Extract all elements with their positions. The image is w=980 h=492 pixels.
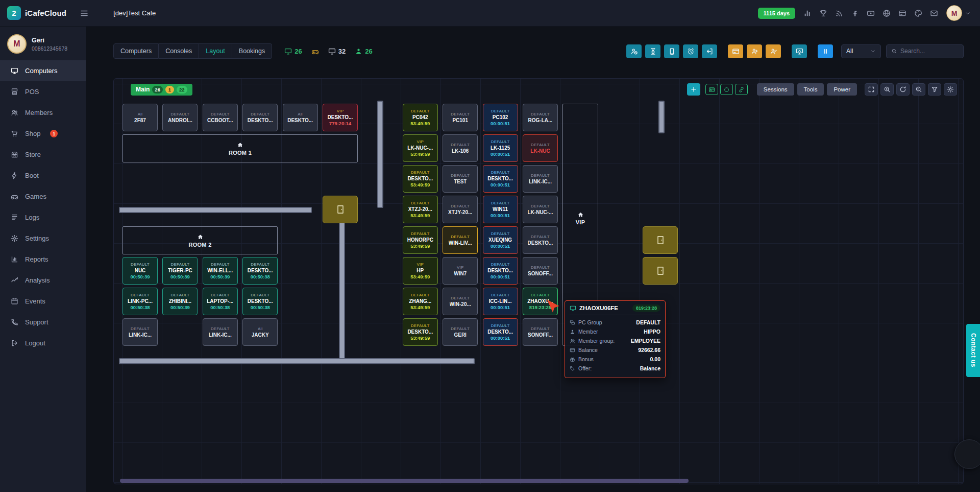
pc-card-pc101[interactable]: DEFAULTPC101	[443, 104, 478, 131]
pc-card-deskto[interactable]: DEFAULTDESKTO...53:49:59	[403, 318, 438, 346]
pc-card-xueqing[interactable]: DEFAULTXUEQING00:00:51	[483, 226, 518, 254]
globe-icon[interactable]	[883, 9, 891, 17]
sidebar-item-pos[interactable]: POS	[0, 81, 86, 102]
facebook-icon[interactable]	[851, 9, 859, 17]
pc-card-xtzj-20[interactable]: DEFAULTXTZJ-20...53:49:59	[403, 196, 438, 223]
search-input[interactable]	[900, 48, 959, 55]
youtube-icon[interactable]	[867, 9, 875, 17]
pc-card-deskto[interactable]: DEFAULTDESKTO...	[242, 104, 278, 131]
action-userplus-button[interactable]	[747, 44, 762, 58]
pc-card-lk-1125[interactable]: DEFAULTLK-112500:00:51	[483, 134, 518, 162]
pc-card-2f87[interactable]: All2F87	[122, 104, 158, 131]
sidebar-item-analysis[interactable]: Analysis	[0, 270, 86, 291]
pc-card-sonoff[interactable]: DEFAULTSONOFF...	[523, 257, 558, 285]
sidebar-item-reports[interactable]: Reports	[0, 249, 86, 270]
tab-computers[interactable]: Computers	[113, 43, 159, 59]
map-expand-button[interactable]	[865, 83, 878, 96]
pc-card-nuc[interactable]: DEFAULTNUC00:50:39	[122, 257, 158, 285]
pc-card-deskto[interactable]: DEFAULTDESKTO...00:50:38	[242, 257, 278, 285]
action-usercheck-button[interactable]	[766, 44, 781, 58]
map-toggle-circle-button[interactable]	[720, 84, 733, 95]
chart-icon[interactable]	[803, 9, 812, 17]
action-screenshare-button[interactable]	[792, 44, 807, 58]
sidebar-item-members[interactable]: Members	[0, 102, 86, 123]
mail-icon[interactable]	[930, 9, 938, 17]
sidebar-item-store[interactable]: Store	[0, 144, 86, 165]
sidebar-item-settings[interactable]: Settings	[0, 228, 86, 249]
app-logo[interactable]: 2 iCafeCloud	[7, 6, 66, 20]
zone-main-button[interactable]: Main 26122	[131, 84, 192, 96]
pc-card-deskto[interactable]: DEFAULTDESKTO...00:00:51	[483, 318, 518, 346]
pc-card-hp[interactable]: VIPHP53:49:59	[403, 257, 438, 285]
pc-card-lk-nuc[interactable]: DEFAULTLK-NUC	[523, 134, 558, 162]
pc-card-deskto[interactable]: AllDESKTO...	[283, 104, 318, 131]
user-menu[interactable]: M	[946, 5, 971, 21]
pc-card-deskto[interactable]: DEFAULTDESKTO...00:50:38	[242, 288, 278, 315]
sessions-button[interactable]: Sessions	[757, 83, 794, 96]
door[interactable]	[323, 196, 358, 223]
pc-card-win11[interactable]: DEFAULTWIN1100:00:51	[483, 196, 518, 223]
action-userclock-button[interactable]	[626, 44, 642, 58]
trophy-icon[interactable]	[819, 9, 827, 17]
sidebar-item-logout[interactable]: Logout	[0, 333, 86, 354]
map-toggle-idcard-button[interactable]	[705, 84, 718, 95]
pc-card-link-ic[interactable]: DEFAULTLINK-IC...	[203, 318, 238, 346]
tab-consoles[interactable]: Consoles	[159, 43, 199, 59]
action-mobile-button[interactable]	[664, 44, 679, 58]
action-bankcard-button[interactable]	[728, 44, 743, 58]
contact-us-button[interactable]: Contact us	[966, 324, 980, 377]
pc-card-deskto[interactable]: DEFAULTDESKTO...53:49:59	[403, 165, 438, 193]
pc-card-deskto[interactable]: VIPDESKTO...779:20:14	[323, 104, 358, 131]
action-hourglass-button[interactable]	[645, 44, 660, 58]
tab-bookings[interactable]: Bookings	[232, 43, 272, 59]
pc-card-deskto[interactable]: DEFAULTDESKTO...00:00:51	[483, 257, 518, 285]
pc-card-pc042[interactable]: DEFAULTPC04253:49:59	[403, 104, 438, 131]
pc-card-lk-106[interactable]: DEFAULTLK-106	[443, 134, 478, 162]
map-zoomin-button[interactable]	[880, 83, 894, 96]
pc-card-rog-la[interactable]: DEFAULTROG-LA...	[523, 104, 558, 131]
pc-card-win7[interactable]: VIPWIN7	[443, 257, 478, 285]
chat-widget-button[interactable]	[954, 439, 980, 469]
sidebar-item-boot[interactable]: Boot	[0, 165, 86, 186]
pc-card-deskto[interactable]: DEFAULTDESKTO...	[523, 226, 558, 254]
pc-card-link-ic[interactable]: DEFAULTLINK-IC...	[122, 318, 158, 346]
sidebar-item-logs[interactable]: Logs	[0, 207, 86, 228]
power-button[interactable]: Power	[827, 83, 857, 96]
pc-card-jacky[interactable]: AllJACKY	[242, 318, 278, 346]
pc-card-xtjy-20[interactable]: DEFAULTXTJY-20...	[443, 196, 478, 223]
theme-icon[interactable]	[914, 9, 922, 17]
pc-card-honorpc[interactable]: DEFAULTHONORPC53:49:59	[403, 226, 438, 254]
pc-card-win-ell[interactable]: DEFAULTWIN-ELL...00:50:39	[203, 257, 238, 285]
passbook-icon[interactable]	[898, 9, 906, 17]
tools-button[interactable]: Tools	[797, 83, 824, 96]
pc-card-win-liv[interactable]: DEFAULTWIN-LIV...	[443, 226, 478, 254]
door[interactable]	[643, 257, 678, 285]
sidebar-item-events[interactable]: Events	[0, 291, 86, 312]
pc-card-link-ic[interactable]: DEFAULTLINK-IC...	[523, 165, 558, 193]
sidebar-item-support[interactable]: Support	[0, 312, 86, 333]
pc-card-link-pc[interactable]: DEFAULTLINK-PC...00:50:38	[122, 288, 158, 315]
pc-card-tiger-pc[interactable]: DEFAULTTIGER-PC00:50:39	[162, 257, 198, 285]
hamburger-menu-icon[interactable]	[80, 9, 89, 18]
pc-card-deskto[interactable]: DEFAULTDESKTO...00:00:51	[483, 165, 518, 193]
sidebar-item-shop[interactable]: Shop1	[0, 123, 86, 144]
pc-card-win-20[interactable]: DEFAULTWIN-20...	[443, 288, 478, 315]
pc-card-sonoff[interactable]: DEFAULTSONOFF...	[523, 318, 558, 346]
tab-layout[interactable]: Layout	[199, 43, 232, 59]
pc-card-zhibini[interactable]: DEFAULTZHIBINI...00:50:39	[162, 288, 198, 315]
pc-card-icc-lin[interactable]: DEFAULTICC-LIN...00:00:51	[483, 288, 518, 315]
horizontal-scrollbar[interactable]	[120, 479, 689, 483]
action-alarm-button[interactable]	[683, 44, 698, 58]
door[interactable]	[643, 226, 678, 254]
map-filter-button[interactable]	[928, 83, 941, 96]
sidebar-item-computers[interactable]: Computers	[0, 60, 86, 81]
action-signout-button[interactable]	[702, 44, 717, 58]
pc-card-ccboot[interactable]: DEFAULTCCBOOT...	[203, 104, 238, 131]
action-pause-button[interactable]	[818, 44, 833, 58]
pc-card-pc102[interactable]: DEFAULTPC10200:00:51	[483, 104, 518, 131]
pc-card-laptop[interactable]: DEFAULTLAPTOP-...00:50:38	[203, 288, 238, 315]
pc-card-lk-nuc[interactable]: DEFAULTLK-NUC-...	[523, 196, 558, 223]
map-toggle-link-button[interactable]	[735, 84, 748, 95]
pc-card-lk-nuc[interactable]: VIPLK-NUC-...53:49:59	[403, 134, 438, 162]
sidebar-item-games[interactable]: Games	[0, 186, 86, 207]
